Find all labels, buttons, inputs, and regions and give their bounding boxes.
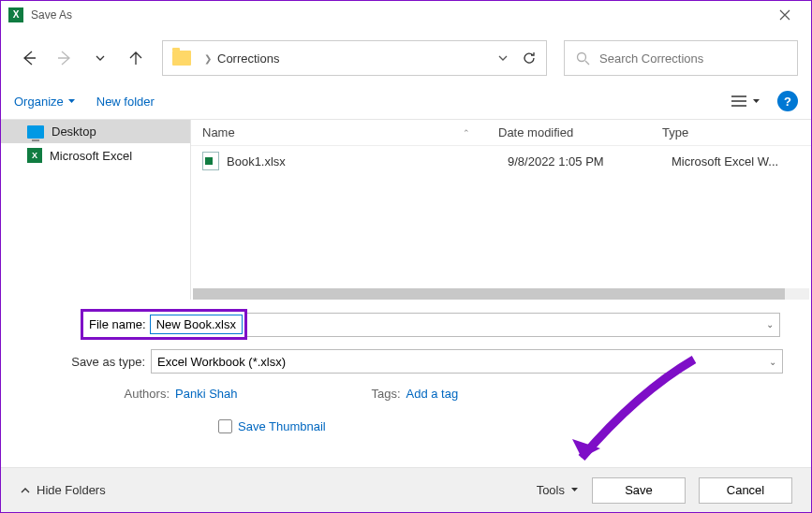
save-button[interactable]: Save <box>592 477 686 504</box>
organize-menu[interactable]: Organize <box>14 95 76 109</box>
filename-dropdown[interactable]: ⌄ <box>247 313 780 337</box>
save-form: File name: New Book.xlsx ⌄ Save as type:… <box>1 300 811 447</box>
xlsx-file-icon <box>202 152 219 170</box>
authors-label: Authors: <box>29 387 175 401</box>
footer: Hide Folders Tools Save Cancel <box>1 467 811 512</box>
folder-icon <box>172 51 191 66</box>
file-name: Book1.xlsx <box>227 154 508 169</box>
caret-down-icon <box>67 97 76 106</box>
search-input[interactable] <box>599 51 786 66</box>
view-menu[interactable] <box>731 95 760 107</box>
arrow-right-icon <box>56 50 73 66</box>
forward-button[interactable] <box>50 43 80 73</box>
caret-down-icon <box>752 97 760 106</box>
column-date[interactable]: Date modified <box>498 125 662 139</box>
savetype-value: Excel Workbook (*.xlsx) <box>157 355 286 369</box>
chevron-down-icon[interactable] <box>497 52 509 64</box>
help-button[interactable]: ? <box>777 91 798 111</box>
filename-highlight: File name: New Book.xlsx <box>81 309 247 340</box>
sidebar-item-excel[interactable]: X Microsoft Excel <box>1 143 190 168</box>
refresh-icon[interactable] <box>522 51 537 66</box>
address-bar[interactable]: ❯ Corrections <box>162 40 547 76</box>
toolbar: Organize New folder ? <box>1 87 811 120</box>
tags-label: Tags: <box>350 387 406 401</box>
chevron-down-icon: ⌄ <box>769 357 776 367</box>
thumbnail-label: Save Thumbnail <box>238 419 326 433</box>
tags-value[interactable]: Add a tag <box>406 387 459 401</box>
file-list: Book1.xlsx 9/8/2022 1:05 PM Microsoft Ex… <box>191 146 811 288</box>
sidebar-item-label: Microsoft Excel <box>50 149 132 163</box>
excel-icon: X <box>27 148 42 163</box>
organize-label: Organize <box>14 95 64 109</box>
chevron-down-icon: ⌄ <box>766 319 774 330</box>
svg-point-0 <box>578 52 586 61</box>
breadcrumb-sep: ❯ <box>204 53 212 64</box>
main-area: Desktop X Microsoft Excel Name ⌃ Date mo… <box>1 120 811 300</box>
close-button[interactable] <box>766 2 804 28</box>
arrow-up-icon <box>127 50 144 66</box>
filename-input[interactable]: New Book.xlsx <box>150 315 243 334</box>
up-button[interactable] <box>121 43 151 73</box>
hide-folders-button[interactable]: Hide Folders <box>20 483 106 497</box>
h-scrollbar[interactable] <box>193 288 809 300</box>
arrow-left-icon <box>21 50 37 66</box>
filename-label: File name: <box>85 317 150 331</box>
thumbnail-row[interactable]: Save Thumbnail <box>29 403 783 441</box>
thumbnail-checkbox[interactable] <box>218 419 232 433</box>
chevron-down-icon <box>95 52 106 64</box>
sidebar-item-label: Desktop <box>52 125 96 139</box>
filename-row: File name: New Book.xlsx ⌄ <box>29 309 783 340</box>
h-scroll-thumb[interactable] <box>193 288 785 300</box>
sidebar: Desktop X Microsoft Excel <box>1 120 191 300</box>
tools-menu[interactable]: Tools <box>537 483 579 497</box>
cancel-button[interactable]: Cancel <box>699 477 792 504</box>
window-title: Save As <box>31 8 766 22</box>
search-box[interactable] <box>564 40 798 76</box>
excel-app-icon: X <box>8 7 23 22</box>
chevron-up-icon <box>20 485 31 496</box>
recent-button[interactable] <box>85 43 115 73</box>
savetype-label: Save as type: <box>29 355 151 369</box>
column-header-row: Name ⌃ Date modified Type <box>191 120 811 146</box>
file-type: Microsoft Excel W... <box>672 154 811 169</box>
column-type[interactable]: Type <box>662 125 811 139</box>
caret-down-icon <box>570 486 579 494</box>
sort-caret-icon: ⌃ <box>463 128 470 138</box>
sidebar-item-desktop[interactable]: Desktop <box>1 120 190 143</box>
meta-row: Authors: Panki Shah Tags: Add a tag <box>29 381 783 403</box>
search-icon <box>576 51 590 66</box>
savetype-row: Save as type: Excel Workbook (*.xlsx) ⌄ <box>29 349 783 374</box>
authors-value[interactable]: Panki Shah <box>175 387 238 401</box>
list-view-icon <box>731 95 746 107</box>
new-folder-button[interactable]: New folder <box>96 95 155 109</box>
nav-row: ❯ Corrections <box>1 29 811 87</box>
file-date: 9/8/2022 1:05 PM <box>508 154 672 169</box>
close-icon <box>779 9 790 21</box>
back-button[interactable] <box>14 43 44 73</box>
column-name[interactable]: Name ⌃ <box>191 125 498 139</box>
titlebar: X Save As <box>1 1 811 29</box>
file-row[interactable]: Book1.xlsx 9/8/2022 1:05 PM Microsoft Ex… <box>191 146 811 176</box>
savetype-dropdown[interactable]: Excel Workbook (*.xlsx) ⌄ <box>151 349 783 374</box>
breadcrumb-location[interactable]: Corrections <box>217 51 279 66</box>
desktop-icon <box>27 125 44 139</box>
file-list-pane: Name ⌃ Date modified Type Book1.xlsx 9/8… <box>191 120 811 300</box>
